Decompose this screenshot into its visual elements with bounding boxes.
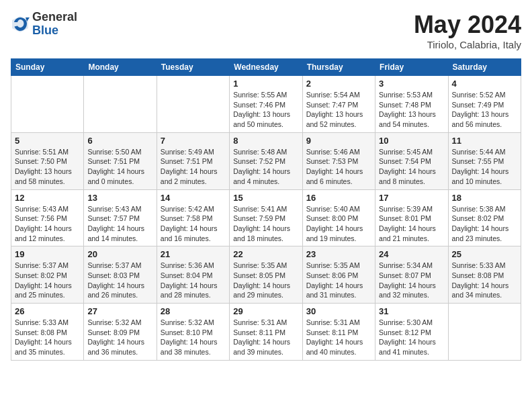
day-info: Sunrise: 5:55 AM Sunset: 7:46 PM Dayligh… <box>233 90 298 130</box>
day-info: Sunrise: 5:45 AM Sunset: 7:54 PM Dayligh… <box>379 147 444 187</box>
day-number: 18 <box>452 193 517 203</box>
day-number: 11 <box>452 136 517 146</box>
day-info: Sunrise: 5:31 AM Sunset: 8:11 PM Dayligh… <box>306 318 371 357</box>
day-number: 7 <box>161 136 226 146</box>
calendar-cell: 15Sunrise: 5:41 AM Sunset: 7:59 PM Dayli… <box>230 189 302 246</box>
day-number: 4 <box>452 79 517 89</box>
day-number: 30 <box>306 306 371 316</box>
calendar-cell: 25Sunrise: 5:33 AM Sunset: 8:08 PM Dayli… <box>448 246 521 304</box>
day-number: 14 <box>161 193 226 203</box>
day-info: Sunrise: 5:51 AM Sunset: 7:50 PM Dayligh… <box>15 147 80 187</box>
day-number: 20 <box>87 249 152 259</box>
day-number: 19 <box>15 249 80 259</box>
calendar-header-thursday: Thursday <box>302 59 375 76</box>
day-info: Sunrise: 5:42 AM Sunset: 7:58 PM Dayligh… <box>161 204 226 244</box>
day-info: Sunrise: 5:34 AM Sunset: 8:07 PM Dayligh… <box>379 261 444 300</box>
day-info: Sunrise: 5:32 AM Sunset: 8:09 PM Dayligh… <box>87 318 152 357</box>
calendar-cell: 6Sunrise: 5:50 AM Sunset: 7:51 PM Daylig… <box>84 132 157 189</box>
location-subtitle: Tiriolo, Calabria, Italy <box>414 39 521 50</box>
day-number: 17 <box>379 193 444 203</box>
day-number: 3 <box>379 79 444 89</box>
day-number: 9 <box>306 136 371 146</box>
calendar-cell <box>157 76 229 133</box>
calendar-cell <box>84 76 157 133</box>
day-number: 6 <box>87 136 152 146</box>
calendar-cell: 5Sunrise: 5:51 AM Sunset: 7:50 PM Daylig… <box>11 132 84 189</box>
logo-general: General <box>32 11 77 24</box>
calendar-header-monday: Monday <box>84 59 157 76</box>
calendar-cell: 28Sunrise: 5:32 AM Sunset: 8:10 PM Dayli… <box>157 304 229 361</box>
day-number: 26 <box>15 306 80 316</box>
calendar-week-row: 1Sunrise: 5:55 AM Sunset: 7:46 PM Daylig… <box>11 76 521 133</box>
day-number: 8 <box>233 136 298 146</box>
day-info: Sunrise: 5:37 AM Sunset: 8:02 PM Dayligh… <box>15 261 80 300</box>
calendar-cell: 12Sunrise: 5:43 AM Sunset: 7:56 PM Dayli… <box>11 189 84 246</box>
calendar-header-wednesday: Wednesday <box>230 59 302 76</box>
day-info: Sunrise: 5:35 AM Sunset: 8:06 PM Dayligh… <box>306 261 371 300</box>
day-number: 28 <box>161 306 226 316</box>
calendar-cell: 14Sunrise: 5:42 AM Sunset: 7:58 PM Dayli… <box>157 189 229 246</box>
calendar-week-row: 26Sunrise: 5:33 AM Sunset: 8:08 PM Dayli… <box>11 304 521 361</box>
day-number: 23 <box>306 249 371 259</box>
day-info: Sunrise: 5:46 AM Sunset: 7:53 PM Dayligh… <box>306 147 371 187</box>
day-info: Sunrise: 5:35 AM Sunset: 8:05 PM Dayligh… <box>233 261 298 300</box>
day-info: Sunrise: 5:43 AM Sunset: 7:57 PM Dayligh… <box>87 204 152 244</box>
day-number: 5 <box>15 136 80 146</box>
day-info: Sunrise: 5:31 AM Sunset: 8:11 PM Dayligh… <box>233 318 298 357</box>
calendar-header-friday: Friday <box>375 59 448 76</box>
logo-blue: Blue <box>32 24 77 38</box>
calendar-cell: 17Sunrise: 5:39 AM Sunset: 8:01 PM Dayli… <box>375 189 448 246</box>
day-info: Sunrise: 5:33 AM Sunset: 8:08 PM Dayligh… <box>15 318 80 357</box>
day-number: 31 <box>379 306 444 316</box>
calendar-cell: 24Sunrise: 5:34 AM Sunset: 8:07 PM Dayli… <box>375 246 448 304</box>
page-header: General Blue May 2024 Tiriolo, Calabria,… <box>11 11 521 50</box>
logo: General Blue <box>11 11 77 38</box>
calendar-cell: 10Sunrise: 5:45 AM Sunset: 7:54 PM Dayli… <box>375 132 448 189</box>
calendar-header-saturday: Saturday <box>448 59 521 76</box>
title-block: May 2024 Tiriolo, Calabria, Italy <box>414 11 521 50</box>
day-number: 29 <box>233 306 298 316</box>
day-info: Sunrise: 5:37 AM Sunset: 8:03 PM Dayligh… <box>87 261 152 300</box>
day-info: Sunrise: 5:32 AM Sunset: 8:10 PM Dayligh… <box>161 318 226 357</box>
day-number: 24 <box>379 249 444 259</box>
day-number: 15 <box>233 193 298 203</box>
day-info: Sunrise: 5:39 AM Sunset: 8:01 PM Dayligh… <box>379 204 444 244</box>
day-info: Sunrise: 5:50 AM Sunset: 7:51 PM Dayligh… <box>87 147 152 187</box>
day-number: 27 <box>87 306 152 316</box>
day-number: 1 <box>233 79 298 89</box>
month-year-title: May 2024 <box>414 11 521 39</box>
day-info: Sunrise: 5:53 AM Sunset: 7:48 PM Dayligh… <box>379 90 444 130</box>
calendar-header-row: SundayMondayTuesdayWednesdayThursdayFrid… <box>11 59 521 76</box>
calendar-cell: 26Sunrise: 5:33 AM Sunset: 8:08 PM Dayli… <box>11 304 84 361</box>
calendar-week-row: 12Sunrise: 5:43 AM Sunset: 7:56 PM Dayli… <box>11 189 521 246</box>
calendar-cell: 11Sunrise: 5:44 AM Sunset: 7:55 PM Dayli… <box>448 132 521 189</box>
day-number: 25 <box>452 249 517 259</box>
day-number: 10 <box>379 136 444 146</box>
calendar-cell: 30Sunrise: 5:31 AM Sunset: 8:11 PM Dayli… <box>302 304 375 361</box>
day-info: Sunrise: 5:30 AM Sunset: 8:12 PM Dayligh… <box>379 318 444 357</box>
day-info: Sunrise: 5:43 AM Sunset: 7:56 PM Dayligh… <box>15 204 80 244</box>
calendar-cell: 29Sunrise: 5:31 AM Sunset: 8:11 PM Dayli… <box>230 304 302 361</box>
calendar-cell: 19Sunrise: 5:37 AM Sunset: 8:02 PM Dayli… <box>11 246 84 304</box>
calendar-header-tuesday: Tuesday <box>157 59 229 76</box>
day-info: Sunrise: 5:40 AM Sunset: 8:00 PM Dayligh… <box>306 204 371 244</box>
day-info: Sunrise: 5:52 AM Sunset: 7:49 PM Dayligh… <box>452 90 517 130</box>
calendar-cell: 21Sunrise: 5:36 AM Sunset: 8:04 PM Dayli… <box>157 246 229 304</box>
day-info: Sunrise: 5:48 AM Sunset: 7:52 PM Dayligh… <box>233 147 298 187</box>
calendar-cell: 2Sunrise: 5:54 AM Sunset: 7:47 PM Daylig… <box>302 76 375 133</box>
calendar-cell: 31Sunrise: 5:30 AM Sunset: 8:12 PM Dayli… <box>375 304 448 361</box>
day-info: Sunrise: 5:54 AM Sunset: 7:47 PM Dayligh… <box>306 90 371 130</box>
calendar-cell: 9Sunrise: 5:46 AM Sunset: 7:53 PM Daylig… <box>302 132 375 189</box>
day-info: Sunrise: 5:41 AM Sunset: 7:59 PM Dayligh… <box>233 204 298 244</box>
calendar-cell: 8Sunrise: 5:48 AM Sunset: 7:52 PM Daylig… <box>230 132 302 189</box>
calendar-week-row: 19Sunrise: 5:37 AM Sunset: 8:02 PM Dayli… <box>11 246 521 304</box>
day-number: 16 <box>306 193 371 203</box>
calendar-cell: 23Sunrise: 5:35 AM Sunset: 8:06 PM Dayli… <box>302 246 375 304</box>
day-info: Sunrise: 5:44 AM Sunset: 7:55 PM Dayligh… <box>452 147 517 187</box>
day-number: 13 <box>87 193 152 203</box>
calendar-cell <box>448 304 521 361</box>
calendar-cell: 7Sunrise: 5:49 AM Sunset: 7:51 PM Daylig… <box>157 132 229 189</box>
day-info: Sunrise: 5:36 AM Sunset: 8:04 PM Dayligh… <box>161 261 226 300</box>
calendar-cell: 1Sunrise: 5:55 AM Sunset: 7:46 PM Daylig… <box>230 76 302 133</box>
day-number: 21 <box>161 249 226 259</box>
